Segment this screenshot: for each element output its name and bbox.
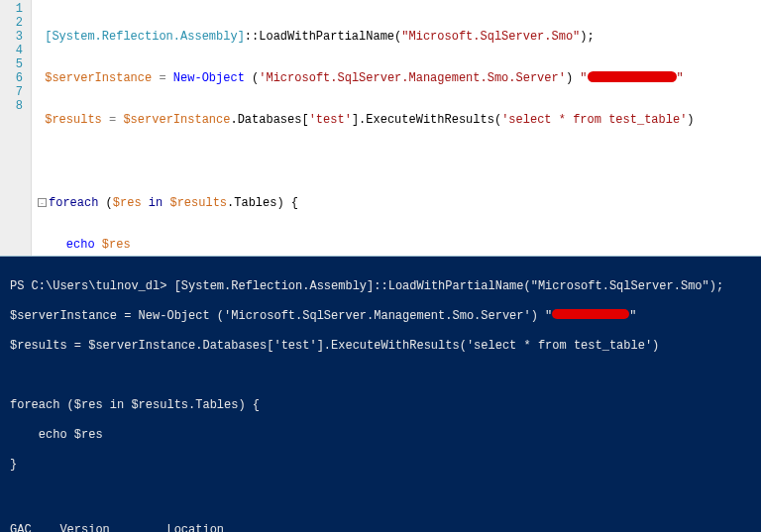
- line-number: 4: [2, 44, 23, 57]
- terminal-line: $results = $serverInstance.Databases['te…: [10, 339, 751, 354]
- code-editor[interactable]: 1 2 3 4 5 6 7 8 [System.Reflection.Assem…: [0, 0, 761, 256]
- code-line-4[interactable]: [38, 155, 761, 168]
- code-line-1[interactable]: [System.Reflection.Assembly]::LoadWithPa…: [38, 30, 761, 44]
- terminal-blank: [10, 369, 751, 383]
- code-line-5[interactable]: -foreach ($res in $results.Tables) {: [38, 196, 761, 210]
- terminal-line: }: [10, 458, 751, 473]
- line-number: 5: [2, 57, 23, 71]
- code-line-3[interactable]: $results = $serverInstance.Databases['te…: [38, 113, 761, 127]
- prompt: PS C:\Users\tulnov_dl>: [10, 279, 174, 293]
- redacted-server-name: [552, 309, 629, 319]
- terminal-line: PS C:\Users\tulnov_dl> [System.Reflectio…: [10, 279, 751, 294]
- line-number: 3: [2, 30, 23, 44]
- redacted-server-name: [588, 71, 677, 82]
- terminal-line: echo $res: [10, 428, 751, 443]
- terminal-line: $serverInstance = New-Object ('Microsoft…: [10, 309, 751, 324]
- terminal-line: foreach ($res in $results.Tables) {: [10, 398, 751, 413]
- line-number: 6: [2, 71, 23, 85]
- line-number: 7: [2, 85, 23, 99]
- code-area[interactable]: [System.Reflection.Assembly]::LoadWithPa…: [32, 0, 761, 256]
- code-line-2[interactable]: $serverInstance = New-Object ('Microsoft…: [38, 71, 761, 85]
- code-line-6[interactable]: echo $res: [38, 238, 761, 252]
- line-number: 2: [2, 16, 23, 30]
- line-number-gutter: 1 2 3 4 5 6 7 8: [0, 0, 32, 256]
- line-number: 8: [2, 99, 23, 113]
- powershell-terminal[interactable]: PS C:\Users\tulnov_dl> [System.Reflectio…: [0, 256, 761, 532]
- output-table-header: GAC Version Location: [10, 523, 751, 532]
- terminal-blank: [10, 493, 751, 508]
- fold-minus-icon[interactable]: -: [38, 198, 47, 207]
- line-number: 1: [2, 2, 23, 16]
